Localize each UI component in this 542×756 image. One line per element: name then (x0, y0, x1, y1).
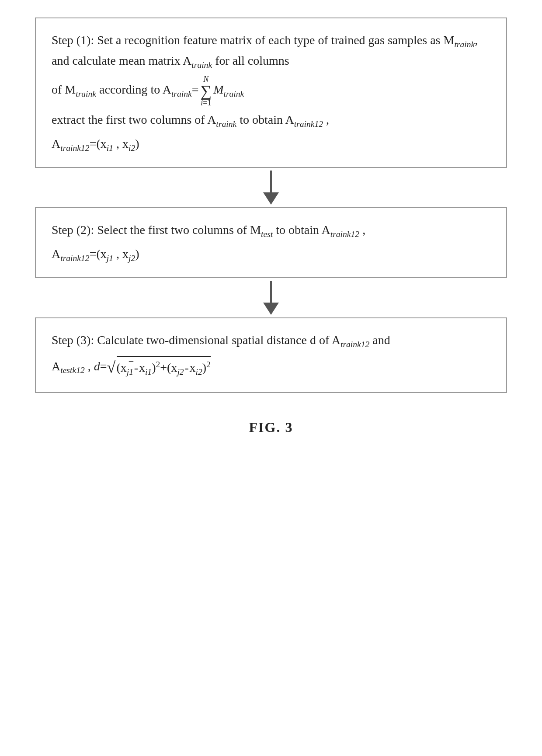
step2-line2: Atraink12=(xj1 , xj2) (52, 244, 490, 265)
step1-box: Step (1): Set a recognition feature matr… (35, 17, 507, 168)
step1-line3: extract the first two columns of Atraink… (52, 110, 490, 131)
step3-line1: Step (3): Calculate two-dimensional spat… (52, 331, 490, 351)
step1-line2: of Mtraink according to Atraink= N ∑ i=1… (52, 75, 490, 107)
step2-line1: Step (2): Select the first two columns o… (52, 220, 490, 241)
arrow2-head (263, 303, 279, 315)
step1-line4: Atraink12=(xi1 , xi2) (52, 134, 490, 155)
step3-box: Step (3): Calculate two-dimensional spat… (35, 317, 507, 393)
arrow1-shaft (270, 171, 272, 192)
step2-box: Step (2): Select the first two columns o… (35, 207, 507, 278)
arrow1-head (263, 192, 279, 205)
arrow2-shaft (270, 281, 272, 303)
step3-line2: Atestk12 , d= √ (xj1̅ - xi1)2+(xj2 - xi2… (52, 355, 490, 380)
arrow2 (263, 278, 279, 317)
step1-line1: Step (1): Set a recognition feature matr… (52, 31, 490, 72)
arrow1 (263, 168, 279, 207)
diagram-container: Step (1): Set a recognition feature matr… (26, 17, 516, 435)
figure-caption: FIG. 3 (249, 419, 293, 435)
